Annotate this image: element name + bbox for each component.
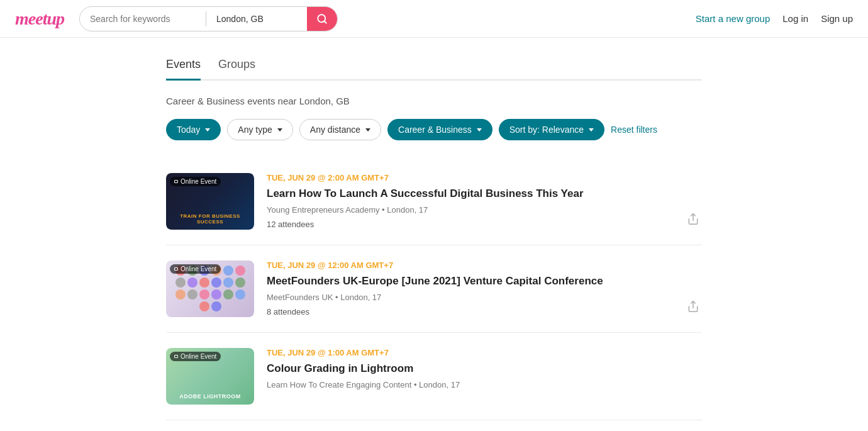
avatar xyxy=(199,301,209,311)
filter-category-label: Career & Business xyxy=(398,125,472,135)
event-thumbnail[interactable]: Online Event xyxy=(166,260,254,317)
reset-filters-button[interactable]: Reset filters xyxy=(611,125,657,135)
event-date: TUE, JUN 29 @ 2:00 AM GMT+7 xyxy=(267,173,702,182)
avatar xyxy=(235,266,245,276)
chevron-down-icon xyxy=(477,128,482,132)
event-attendees: 8 attendees xyxy=(267,307,702,316)
share-button[interactable] xyxy=(684,210,702,230)
filter-type[interactable]: Any type xyxy=(227,119,292,140)
event-title[interactable]: MeetFounders UK-Europe [June 2021] Ventu… xyxy=(267,274,702,289)
share-button[interactable] xyxy=(684,298,702,317)
header-nav: Start a new group Log in Sign up xyxy=(696,13,853,24)
login-link[interactable]: Log in xyxy=(782,13,808,24)
search-input[interactable] xyxy=(80,14,206,24)
avatar xyxy=(235,289,245,299)
tab-events[interactable]: Events xyxy=(166,58,201,81)
online-event-badge: Online Event xyxy=(170,352,221,361)
filter-distance-label: Any distance xyxy=(310,125,360,135)
results-subtitle: Career & Business events near London, GB xyxy=(166,96,702,106)
filter-today[interactable]: Today xyxy=(166,119,221,140)
filter-type-label: Any type xyxy=(238,125,272,135)
online-event-badge: Online Event xyxy=(170,177,221,186)
filter-category[interactable]: Career & Business xyxy=(387,119,492,140)
event-title[interactable]: Colour Grading in Lightroom xyxy=(267,361,702,376)
avatar xyxy=(211,289,221,299)
event-organizer: Learn How To Create Engaging Content • L… xyxy=(267,380,702,389)
avatar xyxy=(223,266,233,276)
thumbnail-text: TRAIN FOR BUSINESS SUCCESS xyxy=(166,213,254,225)
event-info: TUE, JUN 29 @ 12:00 AM GMT+7 MeetFounder… xyxy=(267,260,702,316)
search-bar xyxy=(79,6,338,31)
main-content: Events Groups Career & Business events n… xyxy=(151,38,717,431)
event-info: TUE, JUN 29 @ 2:00 AM GMT+7 Learn How To… xyxy=(267,173,702,229)
event-item: Online Event TUE, JUN 29 @ 12:00 AM GMT+… xyxy=(166,245,702,333)
avatar xyxy=(199,277,209,288)
filter-distance[interactable]: Any distance xyxy=(299,119,381,140)
video-icon xyxy=(174,355,178,358)
online-event-badge: Online Event xyxy=(170,264,221,274)
event-organizer: Young Entrepreneurs Academy • London, 17 xyxy=(267,205,702,215)
svg-line-1 xyxy=(324,21,326,23)
event-organizer: MeetFounders UK • London, 17 xyxy=(267,293,702,302)
online-badge-label: Online Event xyxy=(181,178,216,185)
filter-today-label: Today xyxy=(177,125,200,135)
chevron-down-icon xyxy=(589,128,594,132)
event-title[interactable]: Learn How To Launch A Successful Digital… xyxy=(267,186,702,201)
signup-link[interactable]: Sign up xyxy=(821,13,853,24)
location-input[interactable] xyxy=(206,14,307,24)
avatar xyxy=(211,277,221,288)
event-thumbnail[interactable]: TRAIN FOR BUSINESS SUCCESS Online Event xyxy=(166,173,254,230)
avatar xyxy=(199,289,209,299)
video-icon xyxy=(174,267,178,271)
chevron-down-icon xyxy=(205,128,210,132)
header: meetup Start a new group Log in Sign up xyxy=(0,0,868,38)
start-group-link[interactable]: Start a new group xyxy=(696,13,770,24)
online-badge-label: Online Event xyxy=(181,353,216,360)
event-info: TUE, JUN 29 @ 1:00 AM GMT+7 Colour Gradi… xyxy=(267,348,702,395)
video-icon xyxy=(174,180,178,183)
chevron-down-icon xyxy=(277,128,282,132)
chevron-down-icon xyxy=(365,128,370,132)
event-item: ADOBE LIGHTROOM Online Event TUE, JUN 29… xyxy=(166,333,702,420)
share-icon xyxy=(687,213,699,225)
thumbnail-text: ADOBE LIGHTROOM xyxy=(179,393,241,400)
avatar xyxy=(187,289,198,299)
filter-sort-label: Sort by: Relevance xyxy=(509,125,584,135)
avatar xyxy=(223,289,233,299)
event-date: TUE, JUN 29 @ 1:00 AM GMT+7 xyxy=(267,348,702,357)
event-date: TUE, JUN 29 @ 12:00 AM GMT+7 xyxy=(267,260,702,270)
tab-groups[interactable]: Groups xyxy=(218,58,255,81)
avatar xyxy=(175,277,186,288)
event-list: TRAIN FOR BUSINESS SUCCESS Online Event … xyxy=(166,158,702,420)
search-icon xyxy=(316,13,328,25)
filters-bar: Today Any type Any distance Career & Bus… xyxy=(166,119,702,140)
event-attendees: 12 attendees xyxy=(267,220,702,229)
avatar xyxy=(211,301,221,311)
avatar xyxy=(223,277,233,288)
avatar xyxy=(187,277,198,288)
logo[interactable]: meetup xyxy=(15,9,64,29)
online-badge-label: Online Event xyxy=(181,266,216,272)
tabs: Events Groups xyxy=(166,58,702,81)
search-button[interactable] xyxy=(307,6,337,31)
event-item: TRAIN FOR BUSINESS SUCCESS Online Event … xyxy=(166,158,702,245)
filter-sort[interactable]: Sort by: Relevance xyxy=(499,119,604,140)
event-thumbnail[interactable]: ADOBE LIGHTROOM Online Event xyxy=(166,348,254,405)
avatar xyxy=(235,277,245,288)
share-icon xyxy=(687,300,699,313)
avatar xyxy=(175,289,186,299)
